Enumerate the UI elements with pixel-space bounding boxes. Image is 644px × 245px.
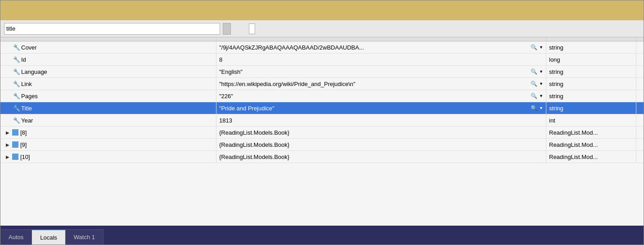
- cube-icon: [12, 141, 18, 148]
- header-type: [546, 37, 636, 41]
- row-value-text: {ReadingList.Models.Book}: [219, 129, 543, 136]
- search-icon[interactable]: 🔍: [531, 68, 537, 75]
- cell-type-item8: ReadingList.Mod...: [546, 127, 636, 138]
- row-name-text: Pages: [21, 93, 38, 100]
- cell-type-year: int: [546, 114, 636, 126]
- table-row[interactable]: ▶[10]{ReadingList.Models.Book}ReadingLis…: [0, 151, 644, 163]
- row-name-text: [8]: [20, 129, 27, 136]
- table-row[interactable]: 🔧Language"English"🔍▼string: [0, 66, 644, 78]
- title-bar-controls: [618, 9, 639, 11]
- value-dropdown-arrow[interactable]: ▼: [539, 94, 543, 98]
- wrench-icon: 🔧: [13, 93, 19, 99]
- row-value-text: "226": [219, 93, 528, 100]
- cell-value-year: 1813: [216, 114, 546, 126]
- row-name-text: Id: [21, 56, 26, 63]
- tab-watch1[interactable]: Watch 1: [66, 229, 104, 245]
- expand-arrow[interactable]: ▶: [6, 142, 9, 147]
- tabs-container: AutosLocalsWatch 1: [0, 226, 104, 245]
- search-icon[interactable]: 🔍: [531, 81, 537, 87]
- cell-name-item9: ▶[9]: [0, 139, 216, 150]
- wrench-icon: 🔧: [13, 105, 19, 111]
- cell-name-item10: ▶[10]: [0, 151, 216, 163]
- header-scrollbar-spacer: [636, 37, 644, 41]
- table-row[interactable]: 🔧Id8long: [0, 54, 644, 66]
- row-value-text: 8: [219, 56, 543, 63]
- expand-arrow[interactable]: ▶: [6, 154, 9, 159]
- cell-type-item10: ReadingList.Mod...: [546, 151, 636, 163]
- cell-name-pages: 🔧Pages: [0, 90, 216, 102]
- pin-button[interactable]: [626, 9, 631, 11]
- cell-name-cover: 🔧Cover: [0, 41, 216, 53]
- row-value-text: "Pride and Prejudice": [219, 105, 528, 112]
- locals-window: 🔧Cover"/9j/4AAQSkZJRgABAQAAAQABAAD/2wBDA…: [0, 0, 644, 245]
- search-input-wrapper: [4, 23, 220, 35]
- table-row[interactable]: 🔧Pages"226"🔍▼string: [0, 90, 644, 102]
- wrench-icon: 🔧: [13, 56, 19, 63]
- search-icon[interactable]: 🔍: [531, 93, 537, 99]
- value-dropdown-arrow[interactable]: ▼: [539, 69, 543, 74]
- header-name: [0, 37, 216, 41]
- cell-type-title: string: [546, 102, 636, 114]
- table-row[interactable]: ▶[9]{ReadingList.Models.Book}ReadingList…: [0, 139, 644, 151]
- cell-value-title: "Pride and Prejudice"🔍▼: [216, 102, 546, 114]
- value-dropdown-arrow[interactable]: ▼: [539, 106, 543, 110]
- header-value: [216, 37, 546, 41]
- cell-value-id: 8: [216, 54, 546, 65]
- value-dropdown-arrow[interactable]: ▼: [539, 45, 543, 50]
- data-table: 🔧Cover"/9j/4AAQSkZJRgABAQAAAQABAAD/2wBDA…: [0, 37, 644, 226]
- table-row[interactable]: 🔧Cover"/9j/4AAQSkZJRgABAQAAAQABAAD/2wBDA…: [0, 41, 644, 54]
- cell-type-id: long: [546, 54, 636, 65]
- expand-arrow[interactable]: ▶: [6, 130, 9, 135]
- row-value-text: "https://en.wikipedia.org/wiki/Pride_and…: [219, 81, 528, 87]
- cell-value-language: "English"🔍▼: [216, 66, 546, 77]
- cell-value-link: "https://en.wikipedia.org/wiki/Pride_and…: [216, 78, 546, 90]
- search-depth-control[interactable]: [249, 23, 255, 34]
- title-bar: [0, 0, 644, 20]
- search-input[interactable]: [6, 25, 216, 32]
- tab-locals[interactable]: Locals: [32, 229, 66, 245]
- row-value-text: {ReadingList.Models.Book}: [219, 154, 543, 160]
- wrench-icon: 🔧: [13, 117, 19, 123]
- table-row[interactable]: 🔧Title"Pride and Prejudice"🔍▼string: [0, 102, 644, 114]
- cell-value-cover: "/9j/4AAQSkZJRgABAQAAAQABAAD/2wBDAAUDBA.…: [216, 41, 546, 53]
- close-button[interactable]: [635, 9, 639, 11]
- cell-type-link: string: [546, 78, 636, 90]
- search-bar: [0, 20, 644, 37]
- table-row[interactable]: 🔧Link"https://en.wikipedia.org/wiki/Prid…: [0, 78, 644, 90]
- main-content: 🔧Cover"/9j/4AAQSkZJRgABAQAAAQABAAD/2wBDA…: [0, 37, 644, 226]
- wrench-icon: 🔧: [13, 81, 19, 87]
- row-value-text: "English": [219, 68, 528, 75]
- cell-value-pages: "226"🔍▼: [216, 90, 546, 102]
- tab-autos[interactable]: Autos: [0, 229, 32, 245]
- wrench-icon: 🔧: [13, 44, 19, 50]
- cell-type-cover: string: [546, 41, 636, 53]
- search-dropdown-button[interactable]: [223, 23, 231, 35]
- value-dropdown-arrow[interactable]: ▼: [539, 82, 543, 86]
- cell-name-link: 🔧Link: [0, 78, 216, 90]
- table-row[interactable]: ▶[8]{ReadingList.Models.Book}ReadingList…: [0, 127, 644, 139]
- row-name-text: Cover: [21, 44, 37, 51]
- row-name-text: Title: [21, 105, 32, 112]
- search-icon[interactable]: 🔍: [531, 44, 537, 50]
- row-name-text: [9]: [20, 141, 27, 148]
- cell-type-item9: ReadingList.Mod...: [546, 139, 636, 150]
- row-name-text: Year: [21, 117, 33, 124]
- bottom-tabs: AutosLocalsWatch 1: [0, 226, 644, 245]
- table-header: [0, 37, 644, 41]
- dropdown-button[interactable]: [618, 9, 623, 11]
- cube-icon: [12, 154, 18, 160]
- cell-name-title: 🔧Title: [0, 102, 216, 114]
- row-name-text: Link: [21, 81, 32, 87]
- cell-type-language: string: [546, 66, 636, 77]
- search-forward-button[interactable]: [240, 28, 243, 30]
- search-back-button[interactable]: [234, 28, 237, 30]
- table-row[interactable]: 🔧Year1813int: [0, 114, 644, 127]
- cell-type-pages: string: [546, 90, 636, 102]
- cell-name-year: 🔧Year: [0, 114, 216, 126]
- cell-value-item10: {ReadingList.Models.Book}: [216, 151, 546, 163]
- search-icon[interactable]: 🔍: [531, 105, 537, 111]
- cube-icon: [12, 129, 18, 136]
- wrench-icon: 🔧: [13, 68, 19, 75]
- cell-name-language: 🔧Language: [0, 66, 216, 77]
- row-name-text: [10]: [20, 154, 30, 160]
